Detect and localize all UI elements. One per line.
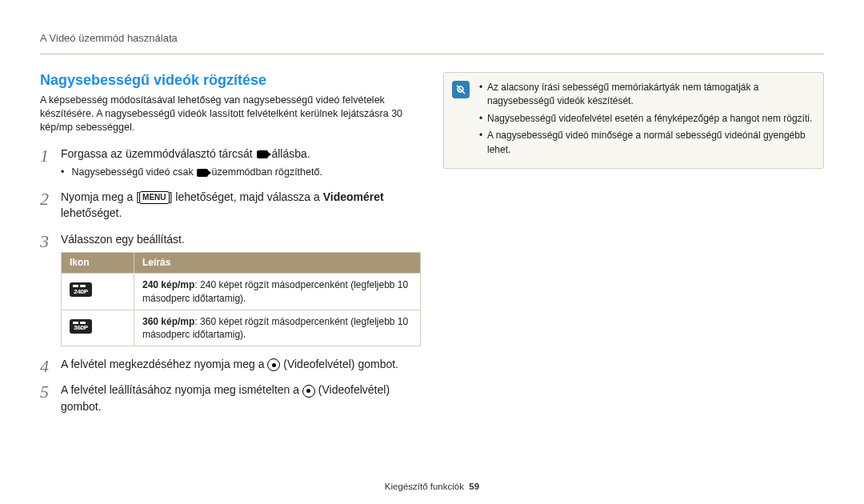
table-row: 240P 240 kép/mp: 240 képet rögzít másodp… [62, 274, 421, 310]
step-1: Forgassa az üzemmódválasztó tárcsát állá… [40, 146, 421, 179]
intro-text: A képsebesség módosításával lehetőség va… [40, 94, 421, 134]
substep-text: Nagysebességű videó csak [71, 166, 196, 178]
table-row: 360P 360 kép/mp: 360 képet rögzít másodp… [62, 310, 421, 346]
fps-label: 360P [70, 324, 92, 333]
note-icon [452, 81, 470, 98]
two-column-layout: Nagysebességű videók rögzítése A képsebe… [40, 72, 824, 424]
step-5: A felvétel leállításához nyomja meg ismé… [40, 382, 421, 414]
step-text: Válasszon egy beállítást. [61, 233, 185, 246]
step-1-substep: • Nagysebességű videó csak üzemmódban rö… [61, 165, 421, 179]
video-mode-icon [257, 150, 268, 158]
step-text: lehetőséget. [61, 206, 122, 219]
step-2: Nyomja meg a [MENU] lehetőséget, majd vá… [40, 189, 421, 222]
step-4: A felvétel megkezdéséhez nyomja meg a (V… [40, 356, 421, 372]
steps-list: Forgassa az üzemmódválasztó tárcsát állá… [40, 146, 421, 414]
page-footer: Kiegészítő funkciók 59 [0, 482, 864, 491]
step-text: A felvétel megkezdéséhez nyomja meg a [61, 358, 267, 370]
record-icon [302, 385, 315, 398]
cell-icon: 360P [62, 310, 134, 346]
note-item: Az alacsony írási sebességű memóriakárty… [479, 81, 814, 109]
desc-bold: 240 kép/mp [142, 279, 194, 290]
step-text: A felvétel leállításához nyomja meg ismé… [61, 383, 302, 396]
left-column: Nagysebességű videók rögzítése A képsebe… [40, 72, 421, 424]
cell-desc: 360 kép/mp: 360 képet rögzít másodpercen… [134, 310, 421, 346]
divider [40, 54, 824, 54]
step-bold: Videoméret [323, 190, 384, 203]
bullet-icon: • [61, 165, 69, 179]
step-text: (Videofelvétel) gombot. [280, 358, 398, 370]
note-list: Az alacsony írási sebességű memóriakárty… [479, 81, 814, 157]
footer-page: 59 [469, 482, 479, 491]
note-item: A nagysebességű videó minősége a normál … [479, 129, 814, 157]
video-mode-icon [197, 169, 208, 177]
note-box: Az alacsony írási sebességű memóriakárty… [443, 72, 824, 169]
step-3: Válasszon egy beállítást. Ikon Leírás 24… [40, 231, 421, 346]
page: A Videó üzemmód használata Nagysebességű… [0, 0, 864, 424]
fps-label: 240P [70, 288, 92, 297]
col-desc-header: Leírás [134, 252, 421, 273]
record-icon [267, 358, 280, 371]
note-item: Nagysebességű videofelvétel esetén a fén… [479, 112, 814, 126]
step-text: Forgassa az üzemmódválasztó tárcsát [61, 147, 256, 160]
col-icon-header: Ikon [62, 252, 134, 273]
cell-desc: 240 kép/mp: 240 képet rögzít másodpercen… [134, 274, 421, 310]
step-text: ] lehetőséget, majd válassza a [170, 190, 323, 203]
substep-text: üzemmódban rögzíthető. [209, 166, 322, 178]
fps-240-icon: 240P [70, 282, 92, 297]
cell-icon: 240P [62, 274, 134, 310]
step-text: állásba. [269, 147, 310, 160]
step-text: Nyomja meg a [ [61, 190, 139, 203]
desc-bold: 360 kép/mp [142, 316, 194, 327]
section-heading: Nagysebességű videók rögzítése [40, 72, 421, 89]
right-column: Az alacsony írási sebességű memóriakárty… [443, 72, 824, 424]
menu-button-icon: MENU [139, 191, 169, 204]
options-table: Ikon Leírás 240P 240 kép/mp: 240 képet r… [61, 252, 421, 346]
fps-360-icon: 360P [70, 319, 92, 334]
breadcrumb: A Videó üzemmód használata [40, 32, 824, 44]
footer-label: Kiegészítő funkciók [385, 482, 464, 491]
